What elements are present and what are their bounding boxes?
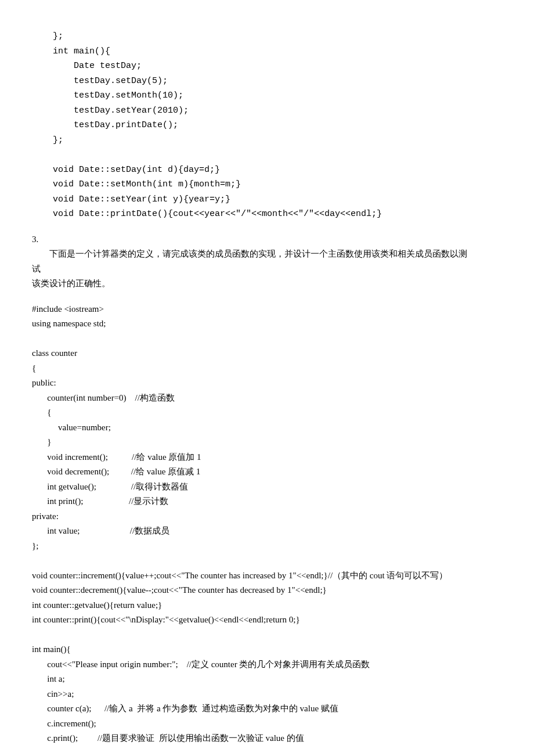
section-number: 3. bbox=[32, 232, 502, 247]
code-block-1: }; int main(){ Date testDay; testDay.set… bbox=[32, 29, 502, 222]
code-block-2: #include <iostream> using namespace std;… bbox=[32, 302, 502, 746]
prose-description: 下面是一个计算器类的定义，请完成该类的成员函数的实现，并设计一个主函数使用该类和… bbox=[32, 247, 502, 291]
